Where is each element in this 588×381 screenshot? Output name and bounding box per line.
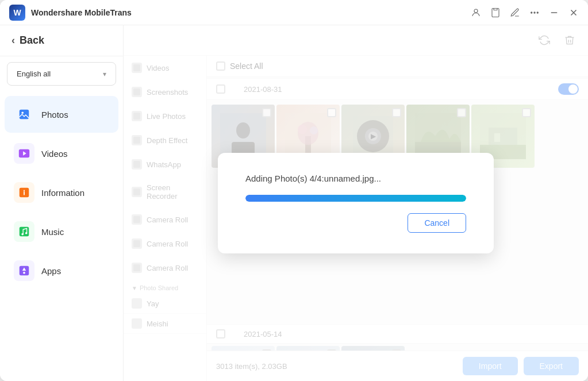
modal-dialog: Adding Photo(s) 4/4:unnamed.jpg... Cance… [218,153,494,253]
back-button[interactable]: ‹ Back [0,25,123,56]
svg-point-2 [531,11,532,13]
svg-point-6 [21,111,24,114]
app-logo: W [9,5,25,21]
sidebar-item-music[interactable]: Music [5,213,118,250]
language-dropdown[interactable]: English all ▾ [7,62,116,86]
videos-icon [14,143,34,164]
sidebar-item-videos[interactable]: Videos [5,135,118,172]
svg-point-14 [23,272,25,274]
svg-point-4 [537,11,538,13]
app-window: W Wondershare MobileTrans [0,0,588,381]
back-arrow-icon: ‹ [11,34,15,47]
music-icon [14,221,34,242]
sidebar-item-photos[interactable]: Photos [5,96,118,133]
sidebar-item-apps[interactable]: Apps [5,252,118,289]
modal-overlay: Adding Photo(s) 4/4:unnamed.jpg... Cance… [124,25,588,381]
svg-point-11 [21,233,24,236]
information-label: Information [41,188,84,198]
videos-label: Videos [41,149,68,159]
cancel-button[interactable]: Cancel [408,213,466,233]
chevron-down-icon: ▾ [103,70,106,78]
information-icon [14,182,34,203]
app-title: Wondershare MobileTrans [31,8,132,17]
svg-rect-5 [20,110,29,120]
sidebar: ‹ Back English all ▾ [0,25,124,381]
apps-icon [14,260,34,281]
edit-icon[interactable] [510,7,520,18]
sidebar-item-information[interactable]: Information [5,174,118,211]
menu-icon[interactable] [529,7,540,18]
main-content: Videos Screenshots Live Photos [124,25,588,381]
svg-point-3 [534,11,535,13]
svg-point-0 [474,9,478,13]
profile-icon[interactable] [471,7,481,18]
photos-icon [14,104,34,125]
svg-rect-1 [492,8,499,17]
progress-bar-track [245,195,466,202]
minimize-icon[interactable] [549,7,559,18]
close-icon[interactable] [568,7,579,18]
title-bar: W Wondershare MobileTrans [0,0,588,25]
title-bar-controls [471,7,579,18]
svg-point-12 [25,232,28,234]
back-label: Back [20,34,44,47]
progress-bar-fill [245,195,466,202]
bookmark-icon[interactable] [490,7,501,18]
apps-label: Apps [41,266,61,276]
content-area: ‹ Back English all ▾ [0,25,588,381]
dropdown-value: English all [17,70,51,78]
title-bar-left: W Wondershare MobileTrans [9,5,132,21]
svg-rect-10 [20,227,29,237]
music-label: Music [41,227,64,237]
photos-label: Photos [41,110,68,120]
nav-items: Photos Videos [0,91,123,381]
modal-message: Adding Photo(s) 4/4:unnamed.jpg... [245,174,381,183]
modal-actions: Cancel [245,213,466,233]
